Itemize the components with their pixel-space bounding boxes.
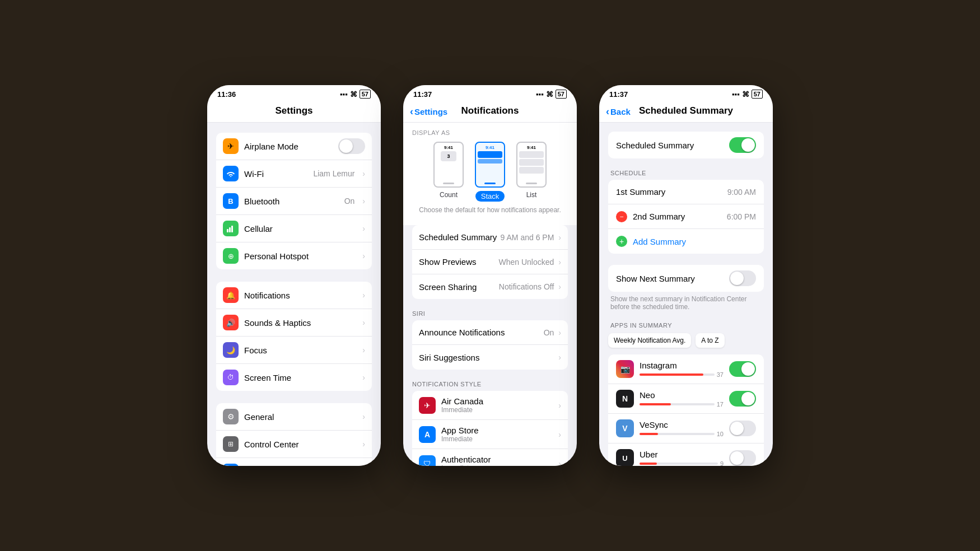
sort-buttons: Weekly Notification Avg. A to Z <box>608 333 764 348</box>
airplane-mode-item[interactable]: ✈ Airplane Mode <box>216 133 372 160</box>
status-bar-1: 11:36 ▪▪▪ ⌘ 57 <box>207 85 381 101</box>
scheduled-summary-item[interactable]: Scheduled Summary 9 AM and 6 PM › <box>412 225 568 250</box>
controlcenter-icon: ⊞ <box>223 436 239 452</box>
general-item[interactable]: ⚙ General › <box>216 403 372 431</box>
general-icon: ⚙ <box>223 409 239 424</box>
wifi-icon-2: ⌘ <box>546 90 553 99</box>
notifications-label: Notifications <box>244 291 354 300</box>
summary-toggle-label: Scheduled Summary <box>616 141 694 150</box>
appstore-item[interactable]: A App Store Immediate › <box>412 420 568 449</box>
airplane-toggle[interactable] <box>338 138 365 154</box>
uber-bar-fill <box>640 463 657 465</box>
cellular-icon <box>223 221 239 236</box>
instagram-toggle[interactable] <box>729 361 756 377</box>
scheduled-summary-toggle[interactable] <box>729 137 756 153</box>
wifi-icon <box>223 166 239 181</box>
aircanada-name: Air Canada <box>441 396 550 406</box>
hotspot-chevron: › <box>362 251 365 260</box>
back-chevron-3: ‹ <box>606 106 609 116</box>
siri-group: Announce Notifications On › Siri Suggest… <box>412 320 568 370</box>
back-label-3: Back <box>610 107 631 116</box>
authenticator-info: Authenticator Immediate <box>441 455 550 466</box>
sounds-item[interactable]: 🔊 Sounds & Haptics › <box>216 309 372 337</box>
back-notifications[interactable]: ‹ Back <box>606 106 631 116</box>
show-next-row: Show Next Summary <box>608 265 764 292</box>
authenticator-item[interactable]: 🛡 Authenticator Immediate › <box>412 449 568 466</box>
wifi-item[interactable]: Wi-Fi Liam Lemur › <box>216 160 372 188</box>
bluetooth-label: Bluetooth <box>244 197 339 206</box>
vesync-toggle[interactable] <box>729 421 756 436</box>
sounds-chevron: › <box>362 318 365 327</box>
show-next-label: Show Next Summary <box>616 274 729 283</box>
general-group: ⚙ General › ⊞ Control Center › AA D <box>216 403 372 466</box>
notifications-scroll[interactable]: DISPLAY AS 9:41 3 Count 9:41 <box>403 123 577 466</box>
notifications-item[interactable]: 🔔 Notifications › <box>216 282 372 309</box>
hotspot-item[interactable]: ⊕ Personal Hotspot › <box>216 242 372 269</box>
phone2-notifications: 11:37 ▪▪▪ ⌘ 57 ‹ Settings Notifications … <box>403 85 577 466</box>
bluetooth-item[interactable]: B Bluetooth On › <box>216 188 372 215</box>
display-as-options: 9:41 3 Count 9:41 Stack <box>412 142 568 202</box>
show-previews-chevron: › <box>558 258 561 267</box>
phone3-scheduled-summary: 11:37 ▪▪▪ ⌘ 57 ‹ Back Scheduled Summary … <box>599 85 773 466</box>
neo-icon: N <box>616 390 634 408</box>
focus-item[interactable]: 🌙 Focus › <box>216 337 372 364</box>
uber-name: Uber <box>640 450 724 459</box>
signal-icon-3: ▪▪▪ <box>732 90 740 99</box>
weekly-sort-button[interactable]: Weekly Notification Avg. <box>608 333 691 348</box>
first-summary-time: 9:00 AM <box>727 188 756 197</box>
status-right-3: ▪▪▪ ⌘ 57 <box>732 90 763 99</box>
uber-info: Uber 9 <box>640 450 724 466</box>
screentime-label: Screen Time <box>244 373 354 382</box>
atoz-sort-button[interactable]: A to Z <box>696 333 724 348</box>
toggle-knob <box>339 139 353 153</box>
display-option-stack[interactable]: 9:41 Stack <box>475 142 505 202</box>
apps-section-label: APPS IN SUMMARY <box>608 311 764 333</box>
screen-sharing-item[interactable]: Screen Sharing Notifications Off › <box>412 274 568 299</box>
appstore-chevron: › <box>558 430 561 439</box>
display-option-list[interactable]: 9:41 List <box>516 142 547 202</box>
announce-notifs-item[interactable]: Announce Notifications On › <box>412 320 568 345</box>
siri-suggestions-item[interactable]: Siri Suggestions › <box>412 345 568 370</box>
display-option-count[interactable]: 9:41 3 Count <box>433 142 464 202</box>
display-as-label: DISPLAY AS <box>412 129 568 136</box>
scheduled-summary-chevron: › <box>558 233 561 242</box>
appstore-icon: A <box>419 426 436 443</box>
nav-bar-2: ‹ Settings Notifications <box>403 101 577 123</box>
uber-count: 9 <box>720 460 724 466</box>
show-next-toggle[interactable] <box>729 270 756 286</box>
display-item[interactable]: AA Display & Brightness › <box>216 458 372 466</box>
add-summary-item[interactable]: + Add Summary <box>608 229 764 254</box>
vesync-count: 10 <box>717 431 724 437</box>
authenticator-timing: Immediate <box>441 464 550 466</box>
scheduled-summary-scroll[interactable]: Scheduled Summary SCHEDULE 1st Summary 9… <box>599 123 773 466</box>
bluetooth-icon: B <box>223 193 239 209</box>
battery-icon-3: 57 <box>752 90 763 99</box>
controlcenter-label: Control Center <box>244 440 354 449</box>
announce-notifs-chevron: › <box>558 328 561 337</box>
status-right-1: ▪▪▪ ⌘ 57 <box>340 90 371 99</box>
uber-icon: U <box>616 449 634 466</box>
second-summary-item[interactable]: − 2nd Summary 6:00 PM <box>608 204 764 229</box>
first-summary-item[interactable]: 1st Summary 9:00 AM <box>608 180 764 204</box>
neo-toggle[interactable] <box>729 391 756 407</box>
authenticator-name: Authenticator <box>441 455 550 464</box>
show-previews-item[interactable]: Show Previews When Unlocked › <box>412 250 568 274</box>
screentime-item[interactable]: ⏱ Screen Time › <box>216 364 372 391</box>
connectivity-group: ✈ Airplane Mode Wi-Fi Liam Lemur › <box>216 133 372 269</box>
notifications-group: 🔔 Notifications › 🔊 Sounds & Haptics › 🌙 <box>216 282 372 391</box>
settings-scroll[interactable]: ✈ Airplane Mode Wi-Fi Liam Lemur › <box>207 123 381 466</box>
focus-icon: 🌙 <box>223 342 239 358</box>
main-notif-group: Scheduled Summary 9 AM and 6 PM › Show P… <box>412 225 568 299</box>
siri-suggestions-label: Siri Suggestions <box>419 353 556 362</box>
aircanada-item[interactable]: ✈ Air Canada Immediate › <box>412 391 568 420</box>
cellular-item[interactable]: Cellular › <box>216 215 372 242</box>
aircanada-timing: Immediate <box>441 406 550 414</box>
back-settings[interactable]: ‹ Settings <box>410 106 447 116</box>
settings-title: Settings <box>275 105 312 116</box>
instagram-bar-container: 37 <box>640 371 724 378</box>
announce-notifs-label: Announce Notifications <box>419 328 544 337</box>
signal-icon-2: ▪▪▪ <box>536 90 544 99</box>
uber-toggle[interactable] <box>729 450 756 466</box>
authenticator-chevron: › <box>558 459 561 466</box>
controlcenter-item[interactable]: ⊞ Control Center › <box>216 431 372 458</box>
